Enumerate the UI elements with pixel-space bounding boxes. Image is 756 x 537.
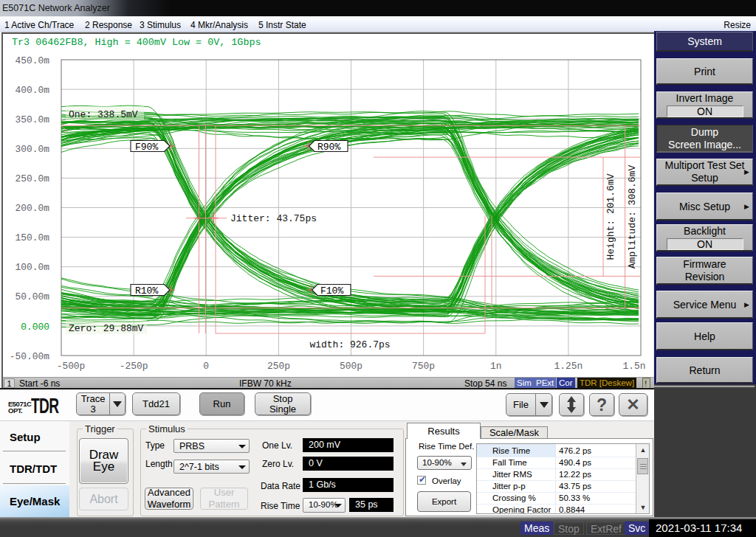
svg-text:0: 0 <box>203 361 209 372</box>
svg-text:300.0m: 300.0m <box>16 144 50 155</box>
svg-text:width: 926.7ps: width: 926.7ps <box>309 339 390 350</box>
svg-text:1.5n: 1.5n <box>623 361 646 372</box>
svg-text:750p: 750p <box>412 361 435 372</box>
svg-text:250p: 250p <box>267 361 290 372</box>
svg-text:Tr3 06462FB8, High = 400mV Low: Tr3 06462FB8, High = 400mV Low = 0V, 1Gb… <box>12 37 261 48</box>
svg-text:One: 338.5mV: One: 338.5mV <box>69 109 138 120</box>
svg-text:350.0m: 350.0m <box>16 114 50 125</box>
svg-text:150.0m: 150.0m <box>16 232 50 243</box>
svg-text:200.0m: 200.0m <box>16 203 50 214</box>
svg-text:-50.00m: -50.00m <box>10 351 49 362</box>
svg-text:Jitter: 43.75ps: Jitter: 43.75ps <box>230 213 317 224</box>
svg-text:0.000: 0.000 <box>21 322 49 333</box>
svg-text:400.0m: 400.0m <box>16 85 50 96</box>
svg-text:100.0m: 100.0m <box>16 262 50 273</box>
svg-text:R10%: R10% <box>135 285 158 297</box>
svg-text:1n: 1n <box>490 361 501 372</box>
svg-text:F90%: F90% <box>135 142 158 153</box>
svg-text:1.25n: 1.25n <box>554 361 583 372</box>
svg-text:450.0m: 450.0m <box>16 55 50 66</box>
svg-text:250.0m: 250.0m <box>16 173 50 184</box>
svg-text:500p: 500p <box>340 361 362 372</box>
svg-text:Zero: 29.88mV: Zero: 29.88mV <box>69 323 144 334</box>
svg-text:Height: 201.6mV: Height: 201.6mV <box>605 173 616 260</box>
svg-text:R90%: R90% <box>317 142 340 153</box>
svg-text:-500p: -500p <box>57 361 86 372</box>
svg-text:Amplitude: 308.6mV: Amplitude: 308.6mV <box>627 165 638 269</box>
svg-text:F10%: F10% <box>320 285 343 297</box>
svg-text:50.00m: 50.00m <box>16 291 50 302</box>
svg-text:-250p: -250p <box>120 361 148 372</box>
